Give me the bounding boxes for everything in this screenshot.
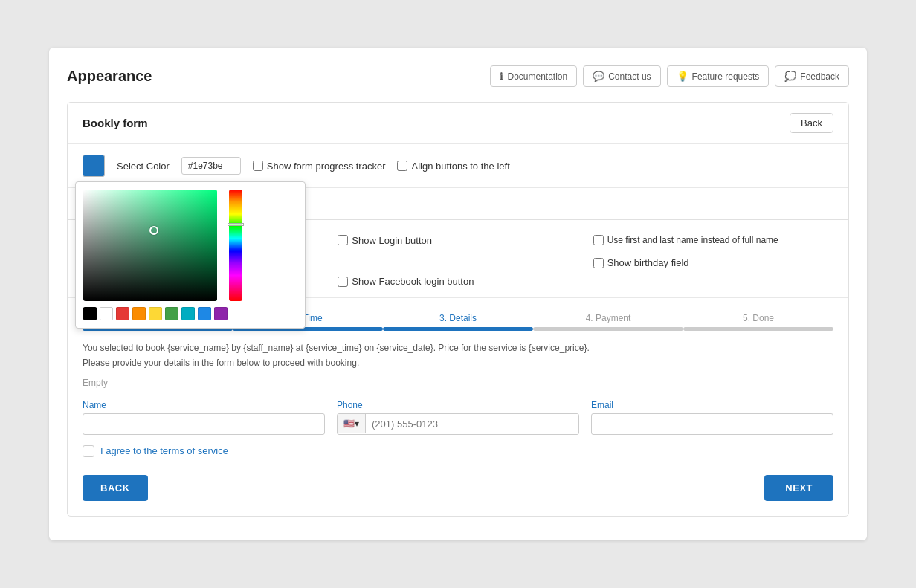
documentation-icon: ℹ (500, 71, 503, 82)
swatch-white[interactable] (100, 307, 113, 320)
feedback-icon: 💭 (784, 71, 796, 82)
documentation-label: Documentation (507, 71, 567, 82)
appearance-bar: Select Color Show form progress tracker … (68, 144, 848, 188)
step-payment-fill (533, 327, 683, 331)
contact-label: Contact us (608, 71, 651, 82)
name-input[interactable] (83, 413, 325, 435)
page-title: Appearance (67, 68, 152, 85)
align-buttons-checkbox[interactable] (397, 161, 407, 171)
card-title: Bookly form (83, 117, 148, 129)
alpha-slider[interactable] (248, 190, 262, 301)
show-progress-tracker-label: Show form progress tracker (253, 161, 386, 172)
feedback-label: Feedback (800, 71, 839, 82)
phone-label: Phone (337, 400, 579, 410)
form-preview: 1. Service 2. Time 3. Details (68, 298, 848, 515)
show-login-checkbox[interactable] (338, 235, 348, 245)
phone-flag: 🇺🇸▾ (338, 414, 366, 433)
show-birthday-option: Show birthday field (593, 257, 833, 268)
form-buttons: BACK NEXT (83, 475, 833, 501)
show-progress-tracker-checkbox[interactable] (253, 161, 263, 171)
booking-info-line2: Please provide your details in the form … (83, 356, 833, 370)
step-details-label: 3. Details (383, 313, 533, 323)
form-next-button[interactable]: NEXT (764, 475, 833, 501)
show-login-option: Show Login button (338, 230, 578, 250)
email-field-group: Email (591, 400, 833, 435)
swatch-yellow[interactable] (149, 307, 162, 320)
booking-info-line1: You selected to book {service_name} by {… (83, 341, 833, 355)
show-facebook-option: Show Facebook login button (338, 276, 578, 287)
phone-field-group: Phone 🇺🇸▾ (337, 400, 579, 435)
header-actions: ℹ Documentation 💬 Contact us 💡 Feature r… (490, 65, 849, 87)
back-button[interactable]: Back (790, 113, 833, 133)
show-facebook-checkbox[interactable] (338, 277, 348, 287)
form-fields-row: Name Phone 🇺🇸▾ Email (83, 400, 833, 435)
empty-label: Empty (83, 378, 833, 388)
color-swatches-row (83, 307, 297, 320)
feature-requests-button[interactable]: 💡 Feature requests (667, 65, 770, 87)
hue-cursor (228, 223, 244, 226)
step-payment-label: 4. Payment (533, 313, 683, 323)
main-card: Bookly form Back Select Color Show form … (67, 102, 849, 516)
select-color-label: Select Color (117, 161, 170, 172)
name-field-group: Name (83, 400, 325, 435)
step-details-fill (383, 327, 533, 331)
show-facebook-label: Show Facebook login button (352, 276, 474, 287)
email-input[interactable] (591, 413, 833, 435)
swatch-orange[interactable] (132, 307, 146, 320)
terms-row: I agree to the terms of service (83, 445, 833, 457)
feature-icon: 💡 (677, 71, 688, 82)
color-picker-popup (75, 181, 306, 329)
step-done-label: 5. Done (683, 313, 833, 323)
name-label: Name (83, 400, 325, 410)
page-header: Appearance ℹ Documentation 💬 Contact us … (67, 65, 849, 87)
show-birthday-checkbox[interactable] (593, 258, 604, 268)
feature-label: Feature requests (692, 71, 760, 82)
use-first-last-label: Use first and last name instead of full … (607, 235, 778, 245)
phone-input[interactable] (366, 414, 578, 434)
swatch-black[interactable] (83, 307, 97, 320)
form-back-button[interactable]: BACK (83, 475, 148, 501)
swatch-purple[interactable] (214, 307, 228, 320)
step-payment-bar (533, 327, 683, 331)
step-details: 3. Details (383, 313, 533, 331)
swatch-red[interactable] (116, 307, 129, 320)
booking-info: You selected to book {service_name} by {… (83, 341, 833, 369)
use-first-last-checkbox[interactable] (593, 235, 604, 245)
main-container: Appearance ℹ Documentation 💬 Contact us … (49, 48, 867, 540)
phone-input-wrap: 🇺🇸▾ (337, 413, 579, 435)
step-done: 5. Done (683, 313, 833, 331)
terms-link[interactable]: I agree to the terms of service (100, 445, 228, 456)
step-done-fill (683, 327, 833, 331)
color-gradient-area[interactable] (83, 190, 217, 301)
contact-icon: 💬 (593, 71, 604, 82)
feedback-button[interactable]: 💭 Feedback (775, 65, 849, 87)
step-payment: 4. Payment (533, 313, 683, 331)
card-header: Bookly form Back (68, 103, 848, 144)
email-label: Email (591, 400, 833, 410)
terms-checkbox[interactable] (83, 445, 94, 457)
hex-input[interactable] (181, 157, 241, 175)
use-first-last-option: Use first and last name instead of full … (593, 230, 833, 250)
swatch-blue[interactable] (198, 307, 211, 320)
swatch-green[interactable] (165, 307, 178, 320)
align-buttons-label: Align buttons to the left (397, 161, 509, 172)
step-details-bar (383, 327, 533, 331)
documentation-button[interactable]: ℹ Documentation (490, 65, 577, 87)
step-done-bar (683, 327, 833, 331)
swatch-cyan[interactable] (181, 307, 195, 320)
show-birthday-label: Show birthday field (607, 257, 689, 268)
color-swatch[interactable] (83, 155, 105, 177)
contact-us-button[interactable]: 💬 Contact us (583, 65, 660, 87)
show-login-label: Show Login button (352, 235, 432, 246)
gradient-cursor (149, 226, 158, 235)
hue-slider[interactable] (229, 190, 242, 301)
